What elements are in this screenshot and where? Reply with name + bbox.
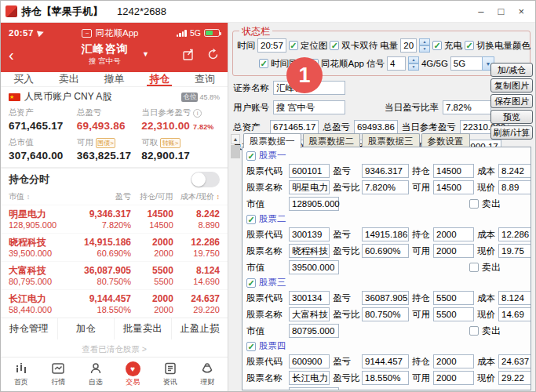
stock4-enabled-checkbox[interactable]: ✓: [246, 342, 256, 351]
stock4-price-input[interactable]: 29.22: [498, 371, 531, 385]
battery-color-checkbox[interactable]: ✓: [465, 41, 474, 50]
stock1-profit-input[interactable]: 9346.317: [362, 164, 409, 178]
stock2-available-input[interactable]: 2000: [433, 244, 474, 258]
preview-button[interactable]: 预览: [490, 110, 533, 124]
tab-stock-data-1[interactable]: 股票数据一: [243, 133, 301, 148]
copy-image-button[interactable]: 复制图片: [490, 78, 533, 93]
stock4-pct-input[interactable]: 18.550%: [362, 371, 409, 385]
holding-row[interactable]: 长江电力58,440.000 9,144.45718.550% 20002000…: [1, 289, 228, 318]
stock4-available-input[interactable]: 2000: [433, 371, 474, 385]
holding-row[interactable]: 晓程科技39,500.000 14,915.18660.690% 2000200…: [1, 233, 228, 261]
charging-checkbox[interactable]: ✓: [432, 41, 442, 50]
info-icon[interactable]: i: [193, 109, 202, 118]
stock1-position-input[interactable]: 14500: [433, 164, 474, 178]
stock1-sell-checkbox[interactable]: [469, 199, 479, 209]
refresh-calc-button[interactable]: 刷新/计算: [490, 125, 533, 140]
stock4-cost-input[interactable]: 24.637: [498, 354, 531, 368]
stock3-price-input[interactable]: 14.69: [498, 307, 531, 321]
minimize-button[interactable]: –: [478, 5, 483, 17]
maximize-button[interactable]: □: [498, 5, 505, 17]
batch-sell-button[interactable]: 批量卖出: [114, 318, 171, 339]
total-profit-input[interactable]: 69493.86: [354, 120, 398, 134]
holding-row[interactable]: 大富科技80,795.000 36,087.90580.750% 5500550…: [1, 261, 228, 289]
stock3-cost-input[interactable]: 8.124: [498, 291, 531, 305]
stock3-code-input[interactable]: 300134: [289, 291, 330, 305]
stock4-position-input[interactable]: 2000: [433, 354, 474, 368]
stock1-available-input[interactable]: 14500: [433, 180, 474, 194]
stock3-sell-checkbox[interactable]: [469, 326, 479, 336]
signal-input[interactable]: 4: [387, 56, 406, 71]
tab-positions[interactable]: 持仓: [137, 72, 182, 86]
close-button[interactable]: ×: [518, 5, 524, 17]
back-icon[interactable]: ‹: [9, 48, 27, 62]
stop-profit-loss-button[interactable]: 止盈止损: [171, 318, 228, 339]
stock2-mv-input[interactable]: 39500.000: [289, 260, 339, 274]
minute-chart-toggle[interactable]: [191, 172, 220, 187]
tabbar-quotes[interactable]: 行情: [40, 361, 78, 387]
stock3-enabled-checkbox[interactable]: ✓: [246, 278, 256, 288]
stock1-price-input[interactable]: 8.89: [498, 180, 531, 194]
transfer-link-badge[interactable]: 转账>: [160, 138, 180, 148]
battery-stepper[interactable]: ▲▼: [419, 38, 430, 53]
scroll-up-icon[interactable]: ▲: [231, 134, 240, 144]
tabbar-news[interactable]: 资讯: [151, 361, 189, 387]
stock4-mv-input[interactable]: 58440.000: [289, 387, 339, 390]
tab-buy[interactable]: 买入: [1, 72, 46, 86]
holding-row[interactable]: 明星电力128,905.000 9,346.3177.820% 14500145…: [1, 205, 228, 233]
bond-link-badge[interactable]: 国债>: [96, 138, 116, 148]
stock1-enabled-checkbox[interactable]: ✓: [246, 151, 256, 161]
tabbar-watchlist[interactable]: 自选: [77, 361, 115, 387]
stock4-profit-input[interactable]: 9144.457: [362, 354, 409, 368]
stock3-mv-input[interactable]: 80795.000: [289, 324, 339, 338]
stock3-pct-input[interactable]: 80.750%: [362, 307, 409, 321]
stock1-name-input[interactable]: 明星电力: [289, 180, 330, 194]
day-ratio-input[interactable]: 7.82%: [443, 100, 491, 114]
battery-input[interactable]: 20: [400, 38, 417, 53]
tab-parameters[interactable]: 参数设置: [421, 133, 470, 147]
tabbar-home[interactable]: 首页: [2, 361, 40, 387]
stock2-enabled-checkbox[interactable]: ✓: [246, 215, 256, 224]
stock2-price-input[interactable]: 19.75: [498, 244, 531, 258]
save-image-button[interactable]: 保存图片: [490, 94, 533, 108]
stock1-code-input[interactable]: 600101: [289, 164, 330, 178]
stock2-code-input[interactable]: 300139: [289, 227, 330, 241]
total-assets-input[interactable]: 671465.17: [270, 120, 319, 134]
stock2-pct-input[interactable]: 60.690%: [362, 244, 409, 258]
time-input[interactable]: 20:57: [257, 38, 286, 53]
stock3-profit-input[interactable]: 36087.905: [362, 291, 409, 305]
scrollbar-thumb[interactable]: [231, 145, 240, 158]
network-dropdown[interactable]: 5G ▼: [450, 56, 494, 71]
tab-query[interactable]: 查询: [182, 72, 228, 86]
user-account-input[interactable]: 搜 宫中号: [273, 100, 345, 114]
add-reduce-position-button[interactable]: 加/减仓: [490, 63, 533, 77]
stock2-sell-checkbox[interactable]: [469, 263, 479, 272]
stock1-cost-input[interactable]: 8.242: [498, 164, 531, 178]
stock2-position-input[interactable]: 2000: [433, 227, 474, 241]
chevron-down-icon[interactable]: ▼: [142, 50, 149, 58]
stock2-cost-input[interactable]: 12.286: [498, 227, 531, 241]
stock1-pct-input[interactable]: 7.820%: [362, 180, 409, 194]
tab-stock-data-3[interactable]: 股票数据三: [362, 133, 420, 147]
stock4-sell-checkbox[interactable]: [469, 390, 479, 390]
stock2-profit-input[interactable]: 14915.186: [362, 227, 409, 241]
location-checkbox[interactable]: ✓: [289, 41, 298, 50]
manage-positions-button[interactable]: 持仓管理: [1, 318, 57, 339]
tabbar-wealth[interactable]: 理财: [189, 361, 227, 387]
stock3-position-input[interactable]: 5500: [433, 291, 474, 305]
tab-sell[interactable]: 卖出: [46, 72, 92, 86]
view-cleared-link[interactable]: 查看已清仓股票 >: [1, 339, 228, 357]
signal-stepper[interactable]: ▲▼: [408, 56, 419, 71]
refresh-icon[interactable]: [206, 48, 220, 61]
stock4-code-input[interactable]: 600900: [289, 354, 330, 368]
dualsim-checkbox[interactable]: ✓: [330, 41, 339, 50]
share-icon[interactable]: [182, 48, 195, 61]
stock4-name-input[interactable]: 长江电力: [289, 371, 330, 385]
timesync-checkbox[interactable]: ✓: [259, 59, 268, 68]
tab-cancel-order[interactable]: 撤单: [92, 72, 137, 86]
tab-stock-data-2[interactable]: 股票数据二: [303, 133, 361, 147]
stock2-name-input[interactable]: 晓程科技: [289, 244, 330, 258]
tabbar-trade[interactable]: ♥ 交易: [115, 361, 152, 387]
add-position-button[interactable]: 加仓: [57, 318, 115, 339]
vertical-scrollbar[interactable]: ▲: [231, 133, 240, 390]
stock3-name-input[interactable]: 大富科技: [289, 307, 330, 321]
